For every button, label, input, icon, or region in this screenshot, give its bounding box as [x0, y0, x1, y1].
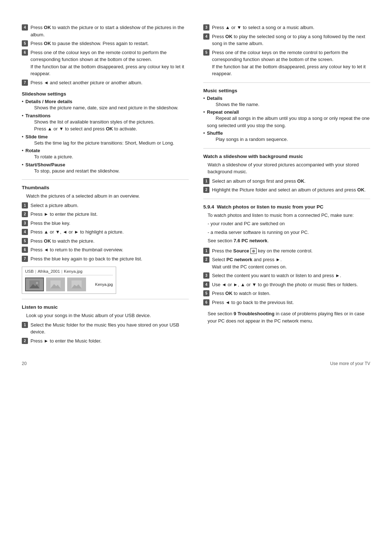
num-badge: 3 — [22, 220, 28, 226]
item-label: Transitions — [25, 113, 50, 118]
thumbnail-box: USB | Afrika_2001 | Kenya.jpg Kenya.jpg — [22, 267, 116, 294]
thumb-label: Kenya.jpg — [95, 282, 113, 287]
section-number: 5.9.4 — [203, 204, 214, 210]
list-item-text: Press ► to enter the picture list. — [30, 211, 98, 218]
item-desc: Play songs in a random sequence. — [207, 137, 288, 142]
list-item-text: Press the blue key again to go back to t… — [30, 255, 142, 263]
num-badge: 5 — [203, 49, 209, 56]
list-item: Start/Show/Pause To stop, pause and rest… — [22, 162, 189, 175]
list-item: 2 Press ► to enter the Music folder. — [22, 337, 189, 345]
item-label: Rotate — [25, 148, 40, 153]
list-item: 5 Press OK to watch or listen. — [203, 290, 370, 297]
list-item-text: Select a picture album. — [30, 202, 78, 209]
divider — [203, 199, 370, 199]
list-item: 1 Select an album of songs first and pre… — [203, 178, 370, 185]
list-item: Details / More details Shows the picture… — [22, 99, 189, 112]
num-badge: 5 — [22, 238, 28, 244]
num-badge: 4 — [203, 33, 209, 40]
listen-to-music-intro: Look up your songs in the Music album of… — [22, 312, 189, 319]
item-label: Repeat one/all — [207, 109, 239, 115]
list-item: Rotate To rotate a picture. — [22, 148, 189, 161]
slideshow-settings-title: Slideshow settings — [22, 91, 189, 97]
thumbnails-title: Thumbnails — [22, 185, 189, 190]
num-badge: 6 — [22, 247, 28, 253]
list-item-text: Press the blue key. — [30, 220, 70, 227]
thumb-tab-file: Kenya.jpg — [64, 269, 82, 274]
list-item: Shuffle Play songs in a random sequence. — [203, 130, 370, 143]
watch-slideshow-steps: 1 Select an album of songs first and pre… — [203, 178, 370, 194]
thumbnail-item — [46, 278, 65, 291]
list-item: 2 Press ► to enter the picture list. — [22, 211, 189, 218]
list-item-text: Press one of the colour keys on the remo… — [30, 49, 189, 77]
list-item-text: Press ▲ or ▼, ◄ or ► to highlight a pict… — [30, 228, 124, 236]
list-item-text: Use ◄ or ►, ▲ or ▼ to go through the pho… — [212, 281, 358, 288]
num-badge: 4 — [22, 24, 28, 31]
list-item-text: Press OK to pause the slideshow. Press a… — [30, 40, 149, 47]
list-item: 3 Select the content you want to watch o… — [203, 272, 370, 279]
list-item: 2 Select PC network and press ►.Wait unt… — [203, 256, 370, 270]
num-badge: 7 — [22, 80, 28, 86]
num-badge: 4 — [203, 281, 209, 288]
thumbnails-steps: 1 Select a picture album. 2 Press ► to e… — [22, 202, 189, 263]
num-badge: 5 — [203, 290, 209, 296]
num-badge: 1 — [22, 322, 28, 328]
svg-point-2 — [36, 282, 38, 284]
thumb-sep: | — [35, 269, 36, 274]
list-item-text: Press one of the colour keys on the remo… — [212, 49, 370, 77]
numbered-list-top-right: 3 Press ▲ or ▼ to select a song or a mus… — [203, 24, 370, 77]
num-badge: 6 — [22, 49, 28, 56]
divider — [203, 148, 370, 149]
condition-2: - a media server software is running on … — [203, 229, 370, 236]
watch-photos-intro: To watch photos and listen to music from… — [203, 212, 370, 219]
watch-slideshow-music-title: Watch a slideshow with background music — [203, 154, 370, 159]
list-item: 1 Select a picture album. — [22, 202, 189, 209]
thumb-sep: | — [61, 269, 62, 274]
list-item-text: Press OK to watch the picture or to star… — [30, 24, 189, 38]
num-badge: 7 — [22, 256, 28, 262]
list-item: 1 Press the Source ⊕ key on the remote c… — [203, 247, 370, 255]
divider — [203, 82, 370, 83]
watch-photos-steps: 1 Press the Source ⊕ key on the remote c… — [203, 247, 370, 306]
numbered-list-top-left: 4 Press OK to watch the picture or to st… — [22, 24, 189, 86]
music-settings-title: Music settings — [203, 88, 370, 93]
page-layout: 4 Press OK to watch the picture or to st… — [22, 22, 370, 347]
list-item-text: Press ◄ to go back to the previous list. — [212, 299, 294, 306]
item-desc: Sets the time lag for the picture transi… — [25, 140, 174, 146]
item-desc: Shows the file name. — [207, 102, 260, 107]
num-badge: 1 — [203, 178, 209, 184]
thumbnails-intro: Watch the pictures of a selected album i… — [22, 193, 189, 200]
item-desc: Repeat all songs in the album until you … — [207, 116, 369, 128]
list-item: 7 Press ◄ and select another picture or … — [22, 79, 189, 86]
item-desc: To rotate a picture. — [25, 154, 73, 159]
right-column: 3 Press ▲ or ▼ to select a song or a mus… — [203, 22, 370, 347]
list-item: 7 Press the blue key again to go back to… — [22, 255, 189, 263]
num-badge: 2 — [22, 338, 28, 344]
item-label: Start/Show/Pause — [25, 162, 65, 167]
list-item: 6 Press one of the colour keys on the re… — [22, 49, 189, 77]
section-num-title: 5.9.4 Watch photos or listen to music fr… — [203, 204, 370, 210]
music-settings-list: Details Shows the file name. Repeat one/… — [203, 96, 370, 143]
footer-note: See section 9 Troubleshooting in case of… — [203, 310, 370, 324]
num-badge: 5 — [22, 40, 28, 46]
watch-slideshow-intro: Watch a slideshow of your stored picture… — [203, 161, 370, 175]
section-title-text: Watch photos or listen to music from you… — [217, 204, 324, 210]
num-badge: 1 — [203, 248, 209, 254]
list-item: 5 Press OK to pause the slideshow. Press… — [22, 40, 189, 47]
list-item: 3 Press ▲ or ▼ to select a song or a mus… — [203, 24, 370, 31]
list-item-text: Select an album of songs first and press… — [212, 178, 306, 185]
item-desc: To stop, pause and restart the slideshow… — [25, 168, 120, 174]
list-item: 6 Press ◄ to go back to the previous lis… — [203, 299, 370, 306]
page-number: 20 — [22, 361, 26, 366]
list-item-text: Press the Source ⊕ key on the remote con… — [212, 247, 313, 255]
item-label: Slide time — [25, 134, 48, 139]
list-item-text: Press ► to enter the Music folder. — [30, 337, 102, 345]
list-item-text: Press OK to watch the picture. — [30, 238, 94, 245]
list-item: Repeat one/all Repeat all songs in the a… — [203, 109, 370, 129]
list-item: 3 Press the blue key. — [22, 220, 189, 227]
list-item-text: Highlight the Picture folder and select … — [212, 186, 366, 194]
num-badge: 3 — [203, 24, 209, 31]
thumb-tab-album: Afrika_2001 — [38, 269, 60, 274]
thumbnail-header: USB | Afrika_2001 | Kenya.jpg — [25, 269, 113, 275]
list-item: 4 Press OK to play the selected song or … — [203, 33, 370, 47]
list-item-text: Press OK to play the selected song or to… — [212, 33, 370, 47]
